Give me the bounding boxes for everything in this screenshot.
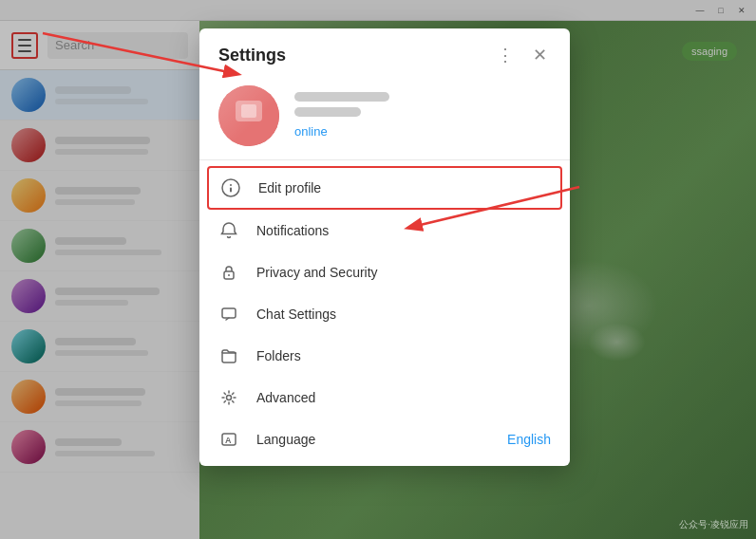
profile-name-blur: [294, 92, 389, 102]
chat-settings-label: Chat Settings: [256, 307, 551, 322]
advanced-icon: [218, 387, 239, 408]
svg-rect-9: [230, 188, 232, 193]
folder-icon: [218, 345, 239, 366]
bell-icon: [218, 220, 239, 241]
svg-text:A: A: [225, 436, 232, 445]
folders-label: Folders: [256, 348, 551, 363]
avatar-image: [218, 85, 279, 146]
menu-item-notifications[interactable]: Notifications: [199, 210, 570, 251]
svg-rect-12: [222, 308, 236, 318]
advanced-label: Advanced: [256, 390, 551, 405]
profile-info: online: [294, 92, 551, 139]
edit-profile-label: Edit profile: [258, 180, 549, 195]
chat-icon: [218, 304, 239, 325]
more-options-button[interactable]: ⋮: [494, 44, 517, 66]
profile-section: online: [199, 76, 570, 160]
menu-item-folders[interactable]: Folders: [199, 335, 570, 377]
menu-item-edit-profile[interactable]: Edit profile: [207, 166, 562, 210]
menu-item-language[interactable]: A Language English: [199, 418, 570, 460]
language-value: English: [507, 432, 551, 447]
svg-point-8: [230, 184, 232, 186]
profile-avatar: [218, 85, 279, 146]
header-actions: ⋮ ✕: [494, 44, 551, 66]
profile-status: online: [294, 124, 328, 139]
svg-point-11: [228, 274, 230, 276]
menu-item-chat-settings[interactable]: Chat Settings: [199, 293, 570, 335]
dialog-close-button[interactable]: ✕: [528, 44, 551, 66]
menu-item-advanced[interactable]: Advanced: [199, 377, 570, 418]
svg-rect-5: [236, 101, 262, 121]
svg-point-13: [227, 396, 232, 400]
profile-name-blur-2: [294, 107, 361, 117]
notifications-label: Notifications: [256, 223, 551, 238]
dialog-title: Settings: [218, 46, 286, 65]
lock-icon: [218, 262, 239, 283]
privacy-security-label: Privacy and Security: [256, 265, 551, 280]
settings-dialog: Settings ⋮ ✕ online: [199, 28, 570, 466]
svg-point-4: [218, 85, 279, 146]
settings-menu-list: Edit profile Notifications Privacy an: [199, 160, 570, 466]
info-circle-icon: [220, 177, 241, 198]
watermark: 公众号·凌锐应用: [679, 518, 748, 531]
menu-item-privacy-security[interactable]: Privacy and Security: [199, 251, 570, 293]
language-icon: A: [218, 429, 239, 450]
language-label: Language: [256, 432, 490, 447]
dialog-header: Settings ⋮ ✕: [199, 28, 570, 76]
svg-rect-6: [241, 104, 256, 118]
